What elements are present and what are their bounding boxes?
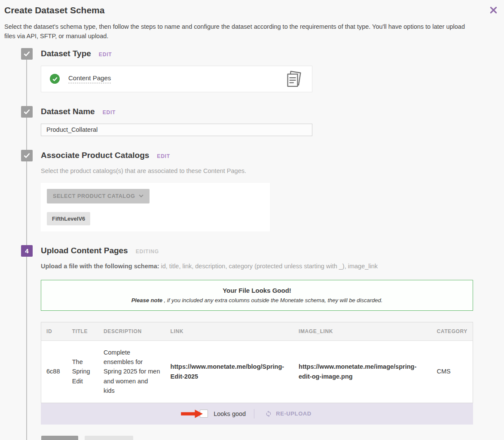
success-note: Please note , if you included any extra … — [46, 297, 468, 303]
re-upload-button[interactable]: RE-UPLOAD — [263, 410, 314, 418]
column-header-id: ID — [41, 322, 67, 340]
column-header-title: TITLE — [67, 322, 98, 340]
select-product-catalog-button[interactable]: SELECT PRODUCT CATALOG — [47, 189, 150, 203]
create-button[interactable]: CREATE — [85, 436, 133, 440]
dataset-type-value[interactable]: Content Pages — [68, 74, 111, 83]
column-header-category: CATEGORY — [432, 322, 473, 340]
column-header-link: LINK — [165, 322, 293, 340]
dialog-header: Create Dataset Schema — [0, 0, 504, 15]
page-title: Create Dataset Schema — [4, 5, 104, 15]
dialog-description: Select the dataset's schema type, then f… — [4, 22, 466, 41]
column-header-image-link: IMAGE_LINK — [293, 322, 431, 340]
success-note-text: , if you included any extra columns outs… — [162, 297, 382, 303]
cell-title: The Spring Edit — [67, 340, 98, 403]
cell-image-link: https://www.monetate.me/image/spring-edi… — [293, 340, 431, 403]
dataset-type-card: Content Pages — [41, 66, 312, 92]
step-2-edit-link[interactable]: EDIT — [103, 109, 116, 115]
step-dataset-type: Dataset Type EDIT Content Pages — [0, 48, 504, 92]
step-4-status: EDITING — [136, 249, 159, 255]
cell-description: Complete ensembles for Spring 2025 for m… — [98, 340, 165, 403]
step-dataset-name: Dataset Name EDIT — [0, 106, 504, 136]
looks-good-label[interactable]: Looks good — [214, 410, 246, 417]
schema-fields: id, title, link, description, category (… — [161, 263, 378, 270]
re-upload-label: RE-UPLOAD — [276, 410, 312, 417]
check-icon — [24, 153, 30, 158]
catalog-hint-text: Select the product catalogs(s) that are … — [41, 167, 504, 174]
back-button[interactable]: BACK — [41, 436, 78, 440]
column-header-description: DESCRIPTION — [98, 322, 165, 340]
table-row: 6c88 The Spring Edit Complete ensembles … — [41, 340, 473, 403]
step-3-completed-indicator — [21, 150, 33, 161]
step-1-heading: Dataset Type — [41, 49, 91, 58]
step-upload-content-pages: 4 Upload Content Pages EDITING Upload a … — [0, 245, 504, 425]
success-note-emphasis: Please note — [131, 297, 162, 303]
schema-requirements: Upload a file with the following schema:… — [41, 263, 504, 270]
step-associate-catalogs: Associate Product Catalogs EDIT Select t… — [0, 150, 504, 231]
close-icon[interactable] — [490, 6, 497, 14]
cell-link: https://www.monetate.me/blog/Spring-Edit… — [165, 340, 293, 403]
cell-category: CMS — [432, 340, 473, 403]
success-title: Your File Looks Good! — [46, 287, 468, 294]
check-icon — [24, 109, 30, 114]
footer-actions: BACK CREATE — [41, 436, 504, 440]
cell-id: 6c88 — [41, 340, 67, 403]
step-2-completed-indicator — [21, 106, 33, 118]
step-3-edit-link[interactable]: EDIT — [157, 153, 170, 159]
annotation-arrow-icon — [180, 409, 204, 419]
step-1-edit-link[interactable]: EDIT — [99, 52, 112, 58]
step-3-heading: Associate Product Catalogs — [41, 151, 149, 160]
schema-label: Upload a file with the following schema: — [41, 263, 159, 270]
file-preview: ID TITLE DESCRIPTION LINK IMAGE_LINK CAT… — [41, 322, 473, 425]
chevron-down-icon — [139, 194, 144, 197]
step-2-heading: Dataset Name — [41, 107, 95, 116]
catalog-card: SELECT PRODUCT CATALOG FifthLevelV6 — [41, 183, 270, 231]
type-selected-check-icon — [50, 74, 60, 84]
vertical-divider — [254, 409, 254, 419]
dataset-name-input[interactable] — [41, 124, 312, 136]
step-1-completed-indicator — [21, 48, 33, 60]
content-pages-icon — [284, 70, 302, 88]
select-product-catalog-label: SELECT PRODUCT CATALOG — [53, 193, 135, 199]
table-header-row: ID TITLE DESCRIPTION LINK IMAGE_LINK CAT… — [41, 322, 473, 340]
preview-table: ID TITLE DESCRIPTION LINK IMAGE_LINK CAT… — [41, 322, 473, 403]
step-4-number-indicator: 4 — [21, 245, 33, 257]
step-4-heading: Upload Content Pages — [41, 246, 128, 255]
file-validation-success-box: Your File Looks Good! Please note , if y… — [41, 280, 473, 311]
sync-icon — [265, 410, 272, 417]
confirm-bar: Looks good RE-UPLOAD — [41, 403, 473, 425]
catalog-chip: FifthLevelV6 — [47, 212, 90, 225]
create-dataset-schema-dialog: Create Dataset Schema Select the dataset… — [0, 0, 504, 440]
check-icon — [24, 51, 30, 56]
